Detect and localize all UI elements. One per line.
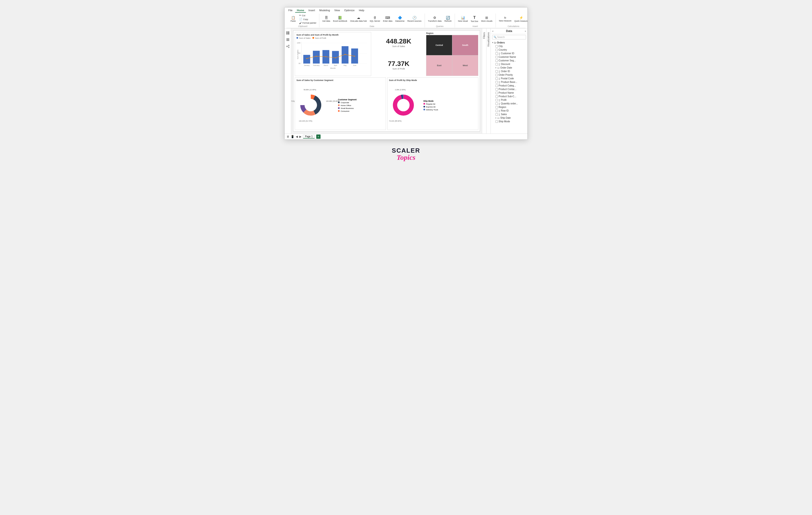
new-visual-button[interactable]: 📊 New visual: [457, 15, 469, 23]
productsubc-checkbox[interactable]: [495, 95, 498, 98]
text-box-button[interactable]: T Text box: [469, 15, 480, 23]
orderid-checkbox[interactable]: [495, 70, 498, 73]
menu-help[interactable]: Help: [357, 8, 367, 13]
menu-file[interactable]: File: [286, 8, 294, 13]
filters-panel[interactable]: Filters: [482, 28, 486, 134]
sql-server-button[interactable]: 🛢 SQL Server: [369, 15, 381, 23]
customerseg-checkbox[interactable]: [495, 59, 498, 62]
field-order-date[interactable]: ▸ 🗂 Order Date: [491, 66, 527, 70]
nav-left-icon[interactable]: ◀: [296, 135, 298, 138]
shipmode-checkbox[interactable]: [495, 120, 498, 123]
dataverse-button[interactable]: 🔷 Dataverse: [394, 15, 406, 23]
field-order-priority[interactable]: Order Priority: [491, 73, 527, 77]
productname-checkbox[interactable]: [495, 92, 498, 94]
orders-group-header[interactable]: ▾ 🗂 Orders: [491, 41, 527, 45]
menu-view[interactable]: View: [332, 8, 342, 13]
new-measure-button[interactable]: fx New measure: [498, 16, 513, 23]
transform-data-button[interactable]: ⚙ Transform data: [427, 15, 443, 23]
onelake-button[interactable]: ☁ OneLake data hub: [349, 15, 368, 23]
ribbon-group-insert: 📊 New visual T Text box ⊞ More visuals I…: [455, 13, 496, 27]
country-checkbox[interactable]: [495, 49, 498, 51]
productcateg-checkbox[interactable]: [495, 85, 498, 87]
customerid-checkbox[interactable]: [495, 52, 498, 55]
monitor-icon[interactable]: 🖥: [286, 135, 289, 138]
excel-workbook-button[interactable]: 📗 Excel workbook: [332, 15, 348, 23]
svg-text:January: January: [304, 64, 310, 66]
field-profit[interactable]: ∑ Profit: [491, 98, 527, 102]
more-visuals-button[interactable]: ⊞ More visuals: [480, 15, 494, 23]
ship-label-bottom: 74.21K (95.92%): [389, 120, 402, 122]
field-region[interactable]: Region: [491, 105, 527, 109]
nav-right-icon[interactable]: ▶: [299, 135, 301, 138]
add-page-button[interactable]: +: [316, 134, 321, 139]
bar-chart-svg: 100K 50K 0K: [296, 40, 370, 66]
profit-checkbox[interactable]: [495, 99, 498, 101]
panel-right-arrows[interactable]: »: [525, 30, 526, 32]
region-checkbox[interactable]: [495, 106, 498, 108]
page-1-tab[interactable]: Page 1: [303, 135, 315, 139]
cut-button[interactable]: ✂ Cut: [298, 13, 317, 17]
filters-label[interactable]: Filters: [483, 30, 486, 40]
field-country[interactable]: Country: [491, 48, 527, 52]
enter-data-button[interactable]: ⌨ Enter data: [382, 15, 394, 23]
field-ship-date[interactable]: ▸ 🗂 Ship Date: [491, 116, 527, 120]
productbase-checkbox[interactable]: [495, 81, 498, 83]
quick-measure-button[interactable]: ⚡ Quick measure: [513, 15, 528, 23]
menu-home[interactable]: Home: [295, 8, 306, 13]
format-painter-button[interactable]: 🖌 Format painter: [298, 21, 317, 25]
field-product-subc[interactable]: Product Sub-C...: [491, 94, 527, 98]
postalcode-checkbox[interactable]: [495, 77, 498, 80]
paste-button[interactable]: 📋 Paste: [288, 16, 298, 23]
tablet-icon[interactable]: 📱: [291, 135, 294, 138]
sales-checkbox[interactable]: [495, 113, 498, 116]
field-product-name[interactable]: Product Name: [491, 91, 527, 94]
field-sales[interactable]: ∑ Sales: [491, 112, 527, 116]
field-row-id[interactable]: ∑ Row ID: [491, 109, 527, 112]
get-data-button[interactable]: 🗄 Get data: [321, 15, 331, 23]
field-postal-code[interactable]: ∑ Postal Code: [491, 77, 527, 80]
field-product-base[interactable]: ∑ Product Base...: [491, 80, 527, 84]
field-customer-id[interactable]: ∑ Customer ID: [491, 52, 527, 55]
menu-insert[interactable]: Insert: [307, 8, 317, 13]
menu-optimize[interactable]: Optimize: [342, 8, 356, 13]
recent-sources-button[interactable]: 🕐 Recent sources: [406, 15, 423, 23]
visualizations-panel[interactable]: Visualizations: [486, 28, 491, 134]
data-search-box[interactable]: 🔍 Search: [492, 35, 526, 39]
sidebar-model-icon[interactable]: [285, 44, 290, 49]
rowid-checkbox[interactable]: [495, 110, 498, 112]
field-order-id[interactable]: ∑ Order ID: [491, 70, 527, 73]
menu-modeling[interactable]: Modeling: [317, 8, 332, 13]
enter-data-label: Enter data: [383, 20, 393, 22]
productcontai-checkbox[interactable]: [495, 88, 498, 90]
field-customer-seg[interactable]: Customer Seg...: [491, 59, 527, 62]
field-city[interactable]: City: [491, 45, 527, 48]
leg-consumer: Consumer: [338, 110, 356, 112]
field-discount[interactable]: ∑ Discount: [491, 62, 527, 66]
refresh-button[interactable]: 🔄 Refresh: [443, 15, 453, 23]
field-customer-name[interactable]: Customer Name: [491, 55, 527, 59]
segment-pie-container[interactable]: Sum of Sales by Customer Segment: [295, 77, 386, 130]
productcateg-label: Product Categ...: [499, 84, 516, 87]
bar-chart-container[interactable]: Sum of Sales and Sum of Profit by Month …: [295, 32, 371, 76]
field-product-contai[interactable]: Product Contai...: [491, 87, 527, 91]
canvas: Sum of Sales and Sum of Profit by Month …: [291, 28, 482, 134]
orderpriority-checkbox[interactable]: [495, 74, 498, 76]
panel-left-arrows[interactable]: «: [492, 30, 494, 32]
visualizations-label[interactable]: Visualizations: [487, 30, 490, 49]
field-product-categ[interactable]: Product Categ...: [491, 84, 527, 87]
sidebar-data-icon[interactable]: [285, 37, 290, 42]
transform-icon: ⚙: [433, 16, 436, 19]
region-label: Region: [499, 106, 506, 108]
customername-checkbox[interactable]: [495, 56, 498, 58]
copy-button[interactable]: 📄 Copy: [298, 18, 317, 21]
quantity-checkbox[interactable]: [495, 103, 498, 105]
city-checkbox[interactable]: [495, 45, 498, 48]
orders-group[interactable]: ▾ 🗂 Orders City Country: [491, 41, 527, 123]
segment-legend: Customer Segment Corporate Home Office S…: [338, 99, 356, 112]
sidebar-report-icon[interactable]: [285, 30, 290, 35]
discount-checkbox[interactable]: [495, 63, 498, 65]
field-ship-mode[interactable]: Ship Mode: [491, 120, 527, 123]
field-quantity[interactable]: ∑ Quantity order...: [491, 102, 527, 105]
shipmode-pie-container[interactable]: Sum of Profit by Ship Mode: [387, 77, 478, 130]
data-panel: « Data » 🔍 Search ▾ 🗂 Orders: [491, 28, 527, 134]
